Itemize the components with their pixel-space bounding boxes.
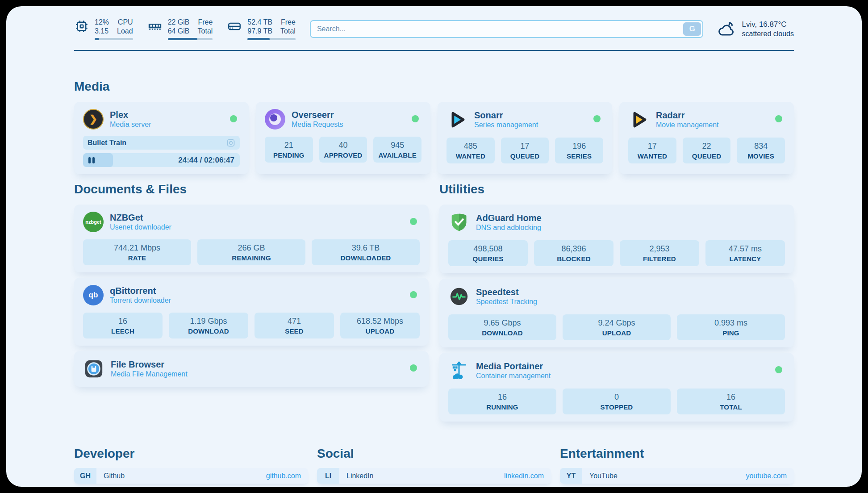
section-title-media: Media: [74, 79, 794, 94]
plex-card[interactable]: ❯ Plex Media server Bullet Train: [74, 102, 249, 174]
search-engine-button[interactable]: G: [683, 22, 701, 36]
stat-tile: 485 WANTED: [447, 138, 495, 163]
memory-total: 64 GiB: [168, 27, 190, 36]
stat-tile: 16 TOTAL: [677, 389, 785, 414]
disk-progressbar: [247, 38, 296, 40]
stat-tile: 16 LEECH: [83, 313, 163, 338]
qbittorrent-card[interactable]: qb qBittorrent Torrent downloader 16 LEE…: [74, 278, 429, 346]
cpu-percent: 12%: [95, 18, 109, 27]
stat-tile: 21 PENDING: [265, 137, 313, 163]
service-name: Speedtest: [476, 287, 537, 297]
service-name: Radarr: [656, 110, 719, 121]
stat-tile: 40 APPROVED: [319, 137, 367, 163]
bookmark-linkedin[interactable]: LI LinkedIn linkedin.com: [317, 468, 551, 484]
sonarr-card[interactable]: Sonarr Series management 485 WANTED 17 Q…: [438, 102, 612, 174]
service-name: File Browser: [111, 359, 188, 370]
section-title-utilities: Utilities: [439, 182, 794, 196]
bookmark-abbr: GH: [74, 468, 96, 484]
service-subtitle: Container management: [476, 372, 551, 381]
section-title-documents: Documents & Files: [74, 182, 429, 196]
stat-tile: 16 RUNNING: [448, 389, 556, 414]
bookmark-github[interactable]: GH Github github.com: [74, 468, 308, 484]
header-divider: [74, 50, 794, 51]
cpu-progressbar: [95, 38, 133, 40]
playback-time: 24:44 / 02:06:47: [178, 156, 234, 165]
service-subtitle: Speedtest Tracking: [476, 297, 537, 307]
memory-metric: 22 GiB 64 GiB Free Total: [147, 18, 213, 40]
stat-tile: 86,396 BLOCKED: [534, 240, 613, 266]
cast-icon: [226, 138, 235, 147]
bookmark-url[interactable]: youtube.com: [746, 468, 794, 484]
radarr-card[interactable]: Radarr Movie management 17 WANTED 22 QUE…: [619, 102, 794, 174]
bookmark-name: Github: [96, 468, 266, 484]
search-input[interactable]: [317, 25, 684, 33]
cpu-label-2: Load: [117, 27, 133, 36]
cloud-icon: [717, 21, 736, 38]
stat-tile: 22 QUEUED: [683, 138, 731, 163]
memory-icon: [147, 19, 163, 34]
bookmark-url[interactable]: linkedin.com: [504, 468, 551, 484]
section-title-entertainment: Entertainment: [560, 447, 794, 461]
memory-label-2: Total: [198, 27, 213, 36]
radarr-logo-icon: [628, 109, 650, 130]
now-playing-title: Bullet Train: [88, 139, 126, 147]
bookmark-name: YouTube: [582, 468, 746, 484]
status-online-dot: [775, 115, 782, 122]
disk-icon: [227, 19, 242, 34]
service-name: Overseerr: [292, 109, 343, 120]
portainer-card[interactable]: Media Portainer Container management 16 …: [439, 353, 794, 422]
adguard-card[interactable]: AdGuard Home DNS and adblocking 498,508 …: [439, 205, 794, 273]
adguard-logo-icon: [448, 212, 470, 233]
disk-free: 52.4 TB: [247, 18, 272, 27]
dashboard-panel: 12% 3.15 CPU Load: [6, 6, 862, 487]
stat-tile: 498,508 QUERIES: [448, 240, 528, 266]
cpu-label-1: CPU: [117, 18, 133, 27]
overseerr-card[interactable]: Overseerr Media Requests 21 PENDING 40 A…: [256, 102, 430, 174]
disk-total: 97.9 TB: [247, 27, 272, 36]
stat-tile: 0.993 ms PING: [677, 314, 785, 340]
stat-tile: 39.6 TB DOWNLOADED: [312, 239, 420, 265]
stat-tile: 17 WANTED: [628, 138, 676, 163]
service-subtitle: Movie management: [656, 121, 719, 130]
bookmark-url[interactable]: github.com: [266, 468, 308, 484]
nzbget-card[interactable]: nzbget NZBGet Usenet downloader 744.21 M…: [74, 205, 429, 272]
weather-condition: scattered clouds: [742, 29, 794, 39]
stat-tile: 47.57 ms LATENCY: [705, 240, 785, 266]
qbittorrent-logo-icon: qb: [83, 285, 104, 305]
disk-label-2: Total: [280, 27, 296, 36]
now-playing-row: Bullet Train: [83, 136, 240, 150]
stat-tile: 1.19 Gbps DOWNLOAD: [169, 313, 248, 338]
status-online-dot: [410, 291, 417, 298]
plex-logo-icon: ❯: [83, 109, 104, 130]
stat-tile: 471 SEED: [255, 313, 334, 338]
disk-label-1: Free: [280, 18, 296, 27]
status-online-dot: [775, 366, 782, 373]
sonarr-logo-icon: [447, 109, 468, 130]
section-title-developer: Developer: [74, 447, 308, 461]
filebrowser-card[interactable]: File Browser Media File Management: [74, 351, 429, 387]
stat-tile: 196 SERIES: [555, 138, 603, 163]
speedtest-card[interactable]: Speedtest Speedtest Tracking 9.65 Gbps D…: [439, 279, 794, 347]
service-subtitle: Usenet downloader: [110, 223, 171, 232]
service-subtitle: DNS and adblocking: [476, 223, 542, 233]
status-online-dot: [412, 115, 419, 122]
bookmark-youtube[interactable]: YT YouTube youtube.com: [560, 468, 794, 484]
stat-tile: 834 MOVIES: [737, 138, 785, 163]
service-subtitle: Media Requests: [292, 120, 343, 130]
stat-tile: 0 STOPPED: [563, 389, 671, 414]
disk-metric: 52.4 TB 97.9 TB Free Total: [227, 18, 296, 40]
search-bar: G: [310, 20, 704, 38]
overseerr-logo-icon: [265, 109, 285, 130]
service-subtitle: Media File Management: [111, 370, 188, 379]
memory-progressbar: [168, 38, 213, 40]
service-name: AdGuard Home: [476, 213, 542, 223]
bookmark-name: LinkedIn: [339, 468, 504, 484]
status-online-dot: [410, 218, 417, 225]
nzbget-logo-icon: nzbget: [83, 212, 104, 232]
stat-tile: 9.24 Gbps UPLOAD: [563, 314, 671, 340]
service-name: Plex: [110, 109, 151, 120]
filebrowser-logo-icon: [83, 358, 104, 380]
cpu-metric: 12% 3.15 CPU Load: [74, 18, 133, 40]
documents-column: Documents & Files nzbget NZBGet Usenet d…: [74, 182, 429, 387]
stat-tile: 266 GB REMAINING: [197, 239, 305, 265]
